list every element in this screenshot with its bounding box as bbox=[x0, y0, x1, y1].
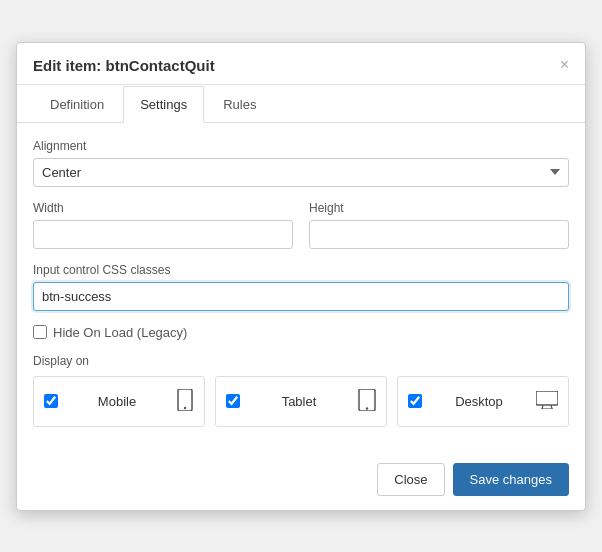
height-group: Height bbox=[309, 201, 569, 249]
hide-on-load-row: Hide On Load (Legacy) bbox=[33, 325, 569, 340]
svg-point-1 bbox=[184, 406, 186, 408]
close-button[interactable]: Close bbox=[377, 463, 444, 496]
desktop-icon bbox=[536, 391, 558, 412]
tab-rules[interactable]: Rules bbox=[206, 86, 273, 123]
height-input[interactable] bbox=[309, 220, 569, 249]
width-label: Width bbox=[33, 201, 293, 215]
edit-item-dialog: Edit item: btnContactQuit × Definition S… bbox=[16, 42, 586, 511]
tablet-device-box: Tablet bbox=[215, 376, 387, 427]
alignment-label: Alignment bbox=[33, 139, 569, 153]
display-on-label: Display on bbox=[33, 354, 569, 368]
device-options: Mobile Tablet bbox=[33, 376, 569, 427]
css-classes-label: Input control CSS classes bbox=[33, 263, 569, 277]
alignment-group: Alignment Center Left Right bbox=[33, 139, 569, 187]
desktop-device-box: Desktop bbox=[397, 376, 569, 427]
width-group: Width bbox=[33, 201, 293, 249]
css-classes-input[interactable] bbox=[33, 282, 569, 311]
tab-definition[interactable]: Definition bbox=[33, 86, 121, 123]
dialog-footer: Close Save changes bbox=[17, 453, 585, 510]
mobile-svg-icon bbox=[176, 389, 194, 411]
tablet-label: Tablet bbox=[248, 394, 350, 409]
tablet-checkbox[interactable] bbox=[226, 394, 240, 408]
width-height-row: Width Height bbox=[33, 201, 569, 249]
tab-bar: Definition Settings Rules bbox=[17, 85, 585, 123]
svg-rect-4 bbox=[536, 391, 558, 405]
mobile-label: Mobile bbox=[66, 394, 168, 409]
mobile-checkbox[interactable] bbox=[44, 394, 58, 408]
desktop-checkbox[interactable] bbox=[408, 394, 422, 408]
width-input[interactable] bbox=[33, 220, 293, 249]
tab-settings[interactable]: Settings bbox=[123, 86, 204, 123]
mobile-icon bbox=[176, 389, 194, 414]
dialog-header: Edit item: btnContactQuit × bbox=[17, 43, 585, 85]
alignment-select[interactable]: Center Left Right bbox=[33, 158, 569, 187]
display-on-group: Display on Mobile Tablet bbox=[33, 354, 569, 427]
close-x-button[interactable]: × bbox=[560, 57, 569, 73]
css-classes-group: Input control CSS classes bbox=[33, 263, 569, 311]
dialog-title: Edit item: btnContactQuit bbox=[33, 57, 215, 74]
tablet-icon bbox=[358, 389, 376, 414]
hide-on-load-checkbox[interactable] bbox=[33, 325, 47, 339]
dialog-body: Alignment Center Left Right Width Height… bbox=[17, 123, 585, 453]
tablet-svg-icon bbox=[358, 389, 376, 411]
desktop-label: Desktop bbox=[430, 394, 528, 409]
height-label: Height bbox=[309, 201, 569, 215]
svg-point-3 bbox=[366, 407, 368, 409]
save-changes-button[interactable]: Save changes bbox=[453, 463, 569, 496]
mobile-device-box: Mobile bbox=[33, 376, 205, 427]
desktop-svg-icon bbox=[536, 391, 558, 409]
hide-on-load-label: Hide On Load (Legacy) bbox=[53, 325, 187, 340]
